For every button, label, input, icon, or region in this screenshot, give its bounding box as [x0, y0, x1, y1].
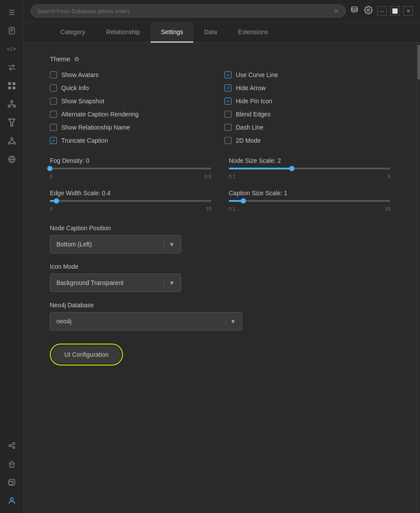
- tab-extensions[interactable]: Extensions: [228, 22, 278, 42]
- database-icon[interactable]: [350, 6, 359, 16]
- svg-rect-7: [13, 82, 15, 85]
- sidebar-icon-transfer[interactable]: [4, 60, 20, 75]
- caption-size-min: 0.1: [229, 206, 235, 211]
- sidebar-icon-shortcut[interactable]: [4, 474, 20, 490]
- slider-caption-size: Caption Size Scale: 1 0.1 10: [229, 190, 390, 211]
- sidebar-icon-filter[interactable]: [4, 115, 20, 130]
- checkbox-hide-arrow[interactable]: ✓ Hide Arrow: [224, 84, 390, 91]
- cb-label-hide-pin-icon: Hide Pin Icon: [236, 98, 272, 105]
- node-size-track[interactable]: [229, 168, 390, 169]
- sidebar-icon-user[interactable]: [4, 493, 20, 509]
- tab-category[interactable]: Category: [50, 22, 96, 42]
- dd-divider-3: [225, 317, 226, 326]
- theme-gear-icon[interactable]: ⚙: [74, 56, 80, 63]
- cb-label-truncate-caption: Truncate Caption: [61, 137, 108, 144]
- checkboxes-grid: Show Avatars ✓ Use Curve Line Quick Info…: [50, 71, 390, 144]
- main-area: ✕ — ⬜ ✕ Category Rel: [24, 0, 420, 513]
- cb-box-show-rel-name[interactable]: [50, 124, 57, 131]
- cb-box-show-snapshot[interactable]: [50, 98, 57, 105]
- scrollbar-track[interactable]: [416, 43, 420, 513]
- settings-icon[interactable]: [364, 6, 373, 16]
- cb-label-show-avatars: Show Avatars: [61, 71, 98, 78]
- node-size-range: 0.1 5: [229, 174, 390, 179]
- search-input[interactable]: [37, 8, 330, 14]
- dd-divider-2: [164, 278, 164, 287]
- tab-settings[interactable]: Settings: [150, 22, 194, 42]
- svg-point-28: [13, 446, 15, 449]
- cb-box-2d-mode[interactable]: [224, 137, 231, 144]
- cb-box-show-avatars[interactable]: [50, 71, 57, 78]
- checkbox-dash-line[interactable]: Dash Line: [224, 124, 390, 131]
- cb-label-show-rel-name: Show Relationship Name: [61, 124, 130, 131]
- svg-rect-6: [8, 82, 11, 85]
- cb-box-blend-edges[interactable]: [224, 111, 231, 118]
- caption-size-thumb[interactable]: [241, 198, 246, 204]
- neo4j-select[interactable]: neo4j ▼: [50, 312, 242, 330]
- tab-relationship[interactable]: Relationship: [96, 22, 150, 42]
- checkbox-show-snapshot[interactable]: Show Snapshot: [50, 98, 216, 105]
- cb-box-use-curve-line[interactable]: ✓: [224, 71, 231, 78]
- dd-divider-1: [164, 240, 164, 249]
- icon-mode-select[interactable]: Background Transparent ▼: [50, 274, 181, 292]
- dropdown-icon-mode: Icon Mode Background Transparent ▼: [50, 263, 390, 292]
- cb-box-truncate-caption[interactable]: ✓: [50, 137, 57, 144]
- node-caption-label: Node Caption Position: [50, 225, 390, 232]
- checkbox-show-avatars[interactable]: Show Avatars: [50, 71, 216, 78]
- sidebar-icon-code[interactable]: </>: [4, 41, 20, 57]
- sidebar-icon-export[interactable]: [4, 438, 20, 453]
- checkbox-use-curve-line[interactable]: ✓ Use Curve Line: [224, 71, 390, 78]
- window-controls: — ⬜ ✕: [377, 6, 413, 16]
- node-size-fill: [229, 168, 292, 169]
- cb-box-hide-pin-icon[interactable]: ✓: [224, 98, 231, 105]
- scrollbar-thumb[interactable]: [417, 45, 420, 80]
- cb-box-quick-info[interactable]: [50, 84, 57, 91]
- cb-box-hide-arrow[interactable]: ✓: [224, 84, 231, 91]
- sidebar-icon-home[interactable]: [4, 456, 20, 472]
- checkbox-truncate-caption[interactable]: ✓ Truncate Caption: [50, 137, 216, 144]
- theme-section-title: Theme ⚙: [50, 55, 390, 63]
- sidebar-icon-globe[interactable]: [4, 151, 20, 167]
- maximize-button[interactable]: ⬜: [390, 6, 400, 16]
- sidebar: ☰ </>: [0, 0, 24, 513]
- minimize-button[interactable]: —: [377, 6, 387, 16]
- edge-width-track[interactable]: [50, 200, 211, 202]
- clear-search-icon[interactable]: ✕: [334, 7, 339, 14]
- sidebar-icon-menu[interactable]: ☰: [4, 4, 20, 20]
- checkbox-show-rel-name[interactable]: Show Relationship Name: [50, 124, 216, 131]
- svg-rect-31: [10, 464, 14, 467]
- sidebar-icon-document[interactable]: [4, 23, 20, 39]
- checkbox-hide-pin-icon[interactable]: ✓ Hide Pin Icon: [224, 98, 390, 105]
- close-button[interactable]: ✕: [403, 6, 413, 16]
- cb-box-dash-line[interactable]: [224, 124, 231, 131]
- slider-node-size: Node Size Scale: 2 0.1 5: [229, 157, 390, 179]
- checkbox-quick-info[interactable]: Quick Info: [50, 84, 216, 91]
- sidebar-icon-hierarchy[interactable]: [4, 96, 20, 112]
- cb-label-show-snapshot: Show Snapshot: [61, 98, 104, 105]
- node-caption-select[interactable]: Bottom (Left) ▼: [50, 235, 181, 253]
- edge-width-thumb[interactable]: [54, 198, 59, 204]
- checkbox-alternate-caption[interactable]: Alternate Caption Rendering: [50, 111, 216, 118]
- caption-size-range: 0.1 10: [229, 206, 390, 211]
- search-box[interactable]: ✕: [31, 4, 346, 18]
- cb-box-alternate-caption[interactable]: [50, 111, 57, 118]
- fog-density-min: 0: [50, 174, 52, 179]
- caption-size-track[interactable]: [229, 200, 390, 202]
- node-size-thumb[interactable]: [289, 166, 294, 171]
- checkbox-blend-edges[interactable]: Blend Edges: [224, 111, 390, 118]
- ui-config-button[interactable]: UI Configuration: [52, 346, 121, 363]
- cb-label-alternate-caption: Alternate Caption Rendering: [61, 111, 139, 118]
- tab-data[interactable]: Data: [193, 22, 228, 42]
- fog-density-track[interactable]: [50, 168, 211, 169]
- checkbox-2d-mode[interactable]: 2D Mode: [224, 137, 390, 144]
- sidebar-icon-grid[interactable]: [4, 78, 20, 94]
- svg-line-21: [12, 140, 14, 142]
- edge-width-min: 0: [50, 206, 52, 211]
- fog-density-thumb[interactable]: [47, 166, 52, 171]
- slider-fog-density: Fog Density: 0 0 0.5: [50, 157, 211, 179]
- topbar: ✕ — ⬜ ✕: [24, 0, 420, 22]
- svg-point-34: [351, 7, 357, 9]
- svg-point-19: [13, 142, 15, 144]
- icon-mode-arrow-icon: ▼: [169, 280, 175, 286]
- dropdown-neo4j: Neo4j Database neo4j ▼: [50, 302, 390, 330]
- sidebar-icon-network[interactable]: [4, 133, 20, 149]
